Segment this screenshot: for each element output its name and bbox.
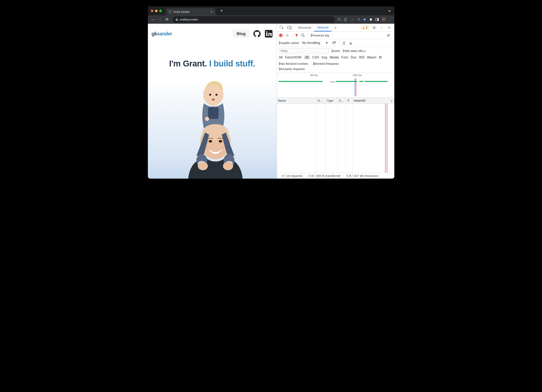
sort-indicator-icon: ▲ [390,99,393,102]
search-button[interactable] [301,33,305,37]
bookmark-icon[interactable]: ☆ [350,18,354,21]
filter-input[interactable] [279,48,329,54]
record-button[interactable] [279,33,283,37]
throttling-select[interactable]: No throttling ▼ [302,41,328,45]
svg-rect-14 [208,107,219,119]
filter-font[interactable]: Font [341,56,348,59]
inspect-element-button[interactable] [278,24,286,32]
svg-point-18 [209,140,212,143]
forward-button[interactable]: → [157,16,163,22]
svg-line-31 [304,36,304,37]
filter-all[interactable]: All [279,56,283,59]
status-bar: 0 / 14 requests 0 B / 200 B transferred … [277,173,394,179]
svg-point-30 [301,34,304,36]
network-settings-button[interactable] [385,32,392,39]
col-size[interactable]: S… [338,98,346,103]
svg-rect-28 [290,27,292,29]
third-party-checkbox[interactable]: 3rd-party requests [279,67,305,71]
filter-fetch[interactable]: Fetch/XHR [285,56,301,59]
download-har-button[interactable] [349,41,352,45]
filter-wasm[interactable]: Wasm [367,56,376,59]
warning-count: 2 [366,26,368,29]
svg-rect-9 [266,33,267,36]
blocked-cookies-checkbox[interactable]: Has blocked cookies [279,62,308,65]
tab-elements[interactable]: Elements [295,24,314,32]
col-status[interactable]: S… [316,98,326,103]
preserve-log-label: Preserve log [311,33,329,37]
filter-js[interactable]: JS [304,56,310,59]
disable-cache-checkbox[interactable]: Disable cache [279,41,299,45]
status-resources: 0 B / 327 kB resources [344,174,381,177]
svg-point-29 [374,27,375,28]
col-type[interactable]: Type [326,98,338,103]
github-link[interactable] [253,30,261,38]
svg-point-33 [333,44,334,44]
col-time[interactable]: T. [346,98,352,103]
throttling-label: No throttling [302,41,320,45]
extensions-icon[interactable] [369,18,373,21]
filter-css[interactable]: CSS [312,56,319,59]
timeline-overview[interactable]: 50 ms 100 ms [277,73,394,98]
svg-rect-0 [176,19,178,21]
url-text: cowboy.codes [180,18,198,21]
network-conditions-button[interactable] [331,41,336,45]
blocked-requests-checkbox[interactable]: Blocked Requests [313,62,339,65]
blog-link[interactable]: Blog [233,30,249,38]
filter-img[interactable]: Img [322,56,327,59]
chrome-menu-button[interactable]: ⋮ [388,18,392,21]
invert-checkbox[interactable]: Invert [332,49,340,53]
col-name[interactable]: Name [277,98,316,103]
device-toolbar-button[interactable] [286,24,293,32]
sidepanel-icon[interactable] [375,18,380,21]
share-icon[interactable] [344,18,348,21]
warnings-badge[interactable]: ▲ 2 [361,26,369,30]
linkedin-link[interactable] [265,30,273,38]
filter-doc[interactable]: Doc [351,56,356,59]
separator [339,41,339,45]
devtools-menu-button[interactable]: ⋮ [378,24,385,32]
filter-row: Invert Hide data URLs [277,47,394,55]
extension-icon-1[interactable] [363,18,367,21]
timeline-marker-load [356,78,356,96]
browser-window: ◆ Grant Sander ✕ + ← → ⟳ cowboy.codes [148,6,394,179]
clear-button[interactable]: ⊘ [286,33,289,38]
devtools-panel: Elements Network » ▲ 2 ⋮ ✕ ⊘ [277,24,394,179]
address-bar: ← → ⟳ cowboy.codes ☆ ⚛ [148,15,394,24]
filter-toggle-button[interactable] [295,34,298,37]
back-button[interactable]: ← [150,16,156,22]
hero-headline: I'm Grant. I build stuff. [148,59,277,68]
col-waterfall[interactable]: Waterfall ▲ [352,98,394,103]
profile-avatar[interactable] [382,17,386,21]
reload-button[interactable]: ⟳ [164,16,170,22]
window-close-button[interactable] [151,10,153,12]
tab-close-button[interactable]: ✕ [210,10,213,13]
headline-text: I'm Grant. [169,59,209,68]
warning-icon: ▲ [362,26,365,29]
devtools-settings-button[interactable] [370,24,378,32]
timeline-tick: 100 ms [353,74,362,77]
new-tab-button[interactable]: + [219,8,225,14]
window-minimize-button[interactable] [155,10,157,12]
url-input[interactable]: cowboy.codes [173,16,335,23]
devtools-close-button[interactable]: ✕ [385,24,393,32]
window-maximize-button[interactable] [159,10,162,12]
tab-network[interactable]: Network [314,24,332,32]
browser-chrome: ◆ Grant Sander ✕ + ← → ⟳ cowboy.codes [148,6,394,24]
tab-bar: ◆ Grant Sander ✕ + [148,6,394,15]
svg-point-8 [266,32,267,33]
search-icon[interactable] [338,18,342,21]
more-tabs-button[interactable]: » [332,24,339,32]
preserve-log-checkbox[interactable]: Preserve log [311,33,329,37]
svg-point-19 [219,140,222,143]
tabs-dropdown-button[interactable] [388,10,391,12]
webpage: gksander Blog I'm Grant. I build stuff. [148,24,277,179]
browser-tab[interactable]: ◆ Grant Sander ✕ [166,8,215,15]
filter-more[interactable]: M [379,56,382,59]
upload-har-button[interactable] [342,41,346,45]
filter-ws[interactable]: WS [359,56,364,59]
site-logo[interactable]: gksander [152,31,172,37]
filter-media[interactable]: Media [330,56,339,59]
separator [332,33,332,38]
extension-react-icon[interactable]: ⚛ [357,18,361,21]
hide-data-urls-checkbox[interactable]: Hide data URLs [343,49,366,53]
